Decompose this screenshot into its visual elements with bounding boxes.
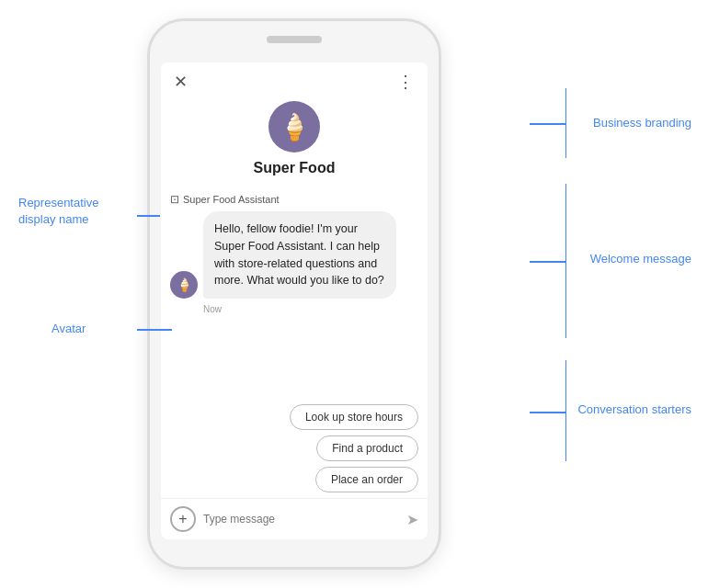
agent-icon: ⊡ bbox=[170, 193, 179, 206]
annotation-starters-label: Conversation starters bbox=[577, 402, 691, 416]
ice-cream-icon: 🍦 bbox=[279, 112, 311, 142]
annotation-avatar-line bbox=[137, 329, 172, 331]
message-row: 🍦 Hello, fellow foodie! I'm your Super F… bbox=[170, 211, 418, 299]
close-icon[interactable]: ✕ bbox=[174, 72, 188, 92]
annotation-welcome-hline bbox=[530, 261, 566, 263]
input-row: + ➤ bbox=[161, 498, 428, 539]
annotation-starters-vline bbox=[565, 360, 567, 461]
more-options-icon[interactable]: ⋮ bbox=[397, 72, 415, 92]
message-time: Now bbox=[203, 304, 418, 314]
avatar: 🍦 bbox=[170, 271, 198, 299]
business-branding-section: 🍦 Super Food bbox=[161, 97, 428, 186]
annotation-representative-name-label: Representative display name bbox=[18, 195, 98, 228]
avatar-icon: 🍦 bbox=[177, 277, 192, 292]
starter-look-up-store-hours[interactable]: Look up store hours bbox=[290, 404, 418, 430]
message-bubble: Hello, fellow foodie! I'm your Super Foo… bbox=[203, 211, 396, 299]
annotation-welcome-label: Welcome message bbox=[590, 252, 691, 266]
screen-header: ✕ ⋮ bbox=[161, 62, 428, 97]
starter-find-product[interactable]: Find a product bbox=[316, 435, 418, 461]
agent-label-row: ⊡ Super Food Assistant bbox=[170, 193, 418, 206]
annotation-repname-line bbox=[137, 215, 160, 217]
starter-place-order[interactable]: Place an order bbox=[315, 467, 418, 492]
message-input[interactable] bbox=[203, 513, 399, 526]
annotation-branding-label: Business branding bbox=[593, 116, 691, 130]
phone-shell: ✕ ⋮ 🍦 Super Food ⊡ Super Food Assistant … bbox=[147, 18, 441, 570]
agent-label-text: Super Food Assistant bbox=[183, 194, 280, 205]
diagram-container: ✕ ⋮ 🍦 Super Food ⊡ Super Food Assistant … bbox=[0, 0, 708, 588]
annotation-branding-hline bbox=[530, 123, 566, 125]
send-icon[interactable]: ➤ bbox=[406, 511, 418, 528]
phone-speaker bbox=[267, 36, 322, 43]
add-attachment-button[interactable]: + bbox=[170, 506, 196, 532]
annotation-avatar-label: Avatar bbox=[51, 322, 86, 335]
phone-screen: ✕ ⋮ 🍦 Super Food ⊡ Super Food Assistant … bbox=[161, 62, 428, 539]
chat-area: ⊡ Super Food Assistant 🍦 Hello, fellow f… bbox=[161, 186, 428, 399]
brand-name: Super Food bbox=[254, 160, 336, 176]
brand-logo: 🍦 bbox=[268, 101, 320, 153]
annotation-starters-hline bbox=[530, 412, 566, 413]
starters-area: Look up store hours Find a product Place… bbox=[161, 399, 428, 498]
